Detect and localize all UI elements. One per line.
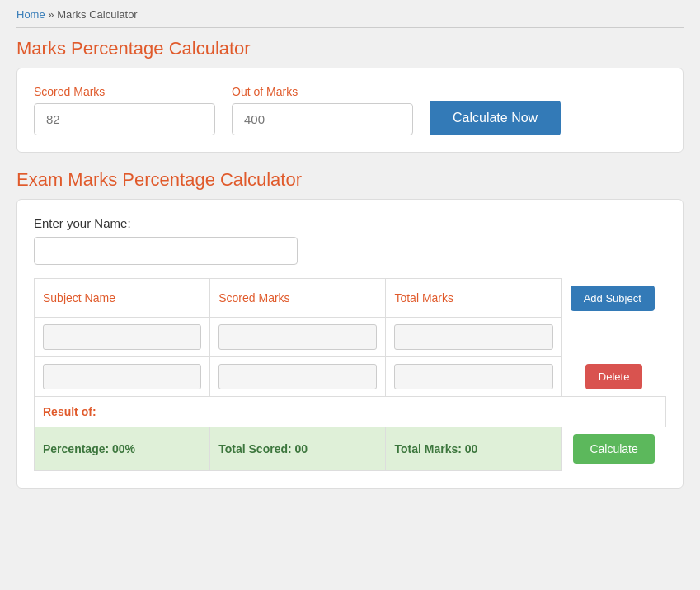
simple-calc-title: Marks Percentage Calculator <box>16 38 684 59</box>
calculate-now-button[interactable]: Calculate Now <box>430 101 561 135</box>
calculate-button[interactable]: Calculate <box>573 434 654 464</box>
result-row: Percentage: 00% Total Scored: 00 Total M… <box>35 427 666 471</box>
name-input[interactable] <box>34 237 298 265</box>
result-of-label: Result of: <box>43 405 96 418</box>
simple-calc-card: Scored Marks Out of Marks Calculate Now <box>16 68 684 153</box>
table-row: Delete <box>35 357 666 397</box>
calculate-cell: Calculate <box>561 427 665 471</box>
simple-calc-row: Scored Marks Out of Marks Calculate Now <box>34 85 666 135</box>
scored-marks-group: Scored Marks <box>34 85 215 135</box>
total-scored-cell: Total Scored: 00 <box>210 427 386 471</box>
total-marks-input-1[interactable] <box>394 324 552 350</box>
subject-name-cell-2 <box>35 357 210 397</box>
breadcrumb-current: Marks Calculator <box>57 8 138 21</box>
exam-calc-title: Exam Marks Percentage Calculator <box>16 169 684 191</box>
col-scored-marks: Scored Marks <box>210 279 386 318</box>
total-marks-cell-2 <box>386 357 561 397</box>
total-marks-input-2[interactable] <box>394 364 552 389</box>
table-row <box>35 318 666 357</box>
action-cell-2: Delete <box>561 357 665 397</box>
add-subject-button[interactable]: Add Subject <box>571 286 655 311</box>
out-of-marks-group: Out of Marks <box>232 85 413 135</box>
scored-marks-input-2[interactable] <box>218 364 377 389</box>
scored-marks-cell-2 <box>210 357 386 397</box>
col-add-subject: Add Subject <box>561 279 665 318</box>
breadcrumb-home-link[interactable]: Home <box>16 8 45 21</box>
name-field-label: Enter your Name: <box>34 216 666 230</box>
out-of-marks-label: Out of Marks <box>232 85 413 98</box>
scored-marks-label: Scored Marks <box>34 85 215 98</box>
breadcrumb-separator: » <box>48 8 54 21</box>
breadcrumb: Home » Marks Calculator <box>16 8 684 28</box>
result-label-row: Result of: <box>35 397 666 427</box>
subject-name-input-1[interactable] <box>43 324 201 350</box>
exam-calc-card: Enter your Name: Subject Name Scored Mar… <box>16 199 684 489</box>
table-header-row: Subject Name Scored Marks Total Marks Ad… <box>35 279 666 318</box>
scored-marks-input-1[interactable] <box>218 324 377 350</box>
action-cell-1 <box>561 318 665 357</box>
col-total-marks: Total Marks <box>386 279 561 318</box>
delete-button[interactable]: Delete <box>585 364 643 389</box>
scored-marks-cell <box>210 318 386 357</box>
total-marks-result-cell: Total Marks: 00 <box>386 427 561 471</box>
scored-marks-input[interactable] <box>34 103 215 135</box>
subject-name-input-2[interactable] <box>43 364 201 389</box>
exam-table: Subject Name Scored Marks Total Marks Ad… <box>34 278 666 471</box>
out-of-marks-input[interactable] <box>232 103 413 135</box>
percentage-cell: Percentage: 00% <box>35 427 210 471</box>
total-marks-cell <box>386 318 561 357</box>
col-subject-name: Subject Name <box>35 279 210 318</box>
subject-name-cell <box>35 318 210 357</box>
result-of-cell: Result of: <box>35 397 666 427</box>
